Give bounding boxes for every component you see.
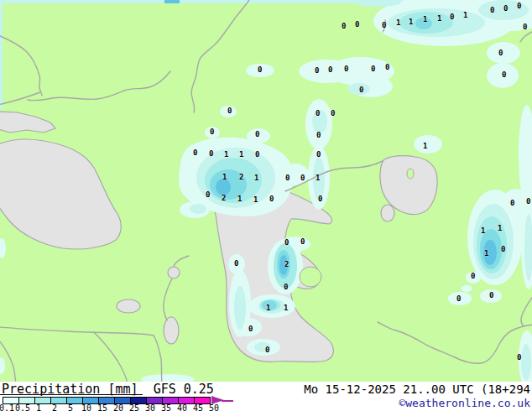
precip-value: 0 <box>331 109 335 118</box>
precip-value: 0 <box>328 65 332 75</box>
precip-value: 1 <box>316 174 320 183</box>
aral-south-tail <box>381 205 394 221</box>
precip-value: 0 <box>517 2 521 11</box>
precip-left-strip <box>0 0 3 109</box>
precip-value: 0 <box>503 4 508 13</box>
precip-value: 0 <box>209 149 213 159</box>
precip-value: 2 <box>239 173 243 182</box>
precip-value: 0 <box>227 107 232 116</box>
precip-value: 1 <box>423 142 427 151</box>
precip-value: 1 <box>484 249 488 258</box>
precip-value: 0 <box>285 174 289 183</box>
caspian-island <box>300 267 321 287</box>
lake-c <box>168 267 180 278</box>
copyright-text: ©weatheronline.co.uk <box>399 397 530 409</box>
precip-value: 0 <box>206 190 210 200</box>
aral-island <box>407 169 414 179</box>
precip-value: 1 <box>463 11 467 20</box>
datetime-text: Mo 15-12-2025 21..00 UTC (18+294 <box>304 382 530 396</box>
precip-value: 0 <box>316 150 321 159</box>
precip-value: 0 <box>300 237 305 247</box>
precip-value: 0 <box>193 148 197 158</box>
precip-value: 0 <box>342 22 346 31</box>
precip-value: 2 <box>284 260 289 269</box>
precip-value: 0 <box>501 245 505 254</box>
precip-value: 0 <box>359 86 363 95</box>
precip-value: 0 <box>490 6 494 15</box>
precip-value: 1 <box>224 150 228 159</box>
precip-value: 0 <box>318 195 322 204</box>
precip-value: 1 <box>239 150 243 159</box>
precip-value: 0 <box>526 197 530 206</box>
precip-value: 0 <box>489 291 493 300</box>
precip-value: 1 <box>498 224 502 233</box>
precip-value: 0 <box>284 238 289 247</box>
precip-value: 0 <box>255 130 259 139</box>
precip-value: 0 <box>265 346 269 355</box>
legend-underline <box>0 394 143 395</box>
map-canvas: 0001111010000000000000000000100110012100… <box>0 0 532 382</box>
precip-value: 0 <box>234 259 238 268</box>
precip-value: 0 <box>316 109 320 118</box>
precip-value: 0 <box>248 325 253 334</box>
precip-value: 0 <box>269 195 274 204</box>
precip-value: 1 <box>437 14 441 23</box>
precip-value: 1 <box>237 195 242 204</box>
precip-value: 1 <box>284 304 288 313</box>
precip-value: 0 <box>316 131 321 140</box>
legend-title-model: GFS 0.25 <box>154 382 214 397</box>
precip-value: 2 <box>222 194 226 203</box>
scale-overflow-tail <box>222 400 233 402</box>
precip-value: 0 <box>498 49 503 58</box>
precip-value: 0 <box>315 66 319 75</box>
precip-value: 0 <box>382 21 386 30</box>
precip-value: 1 <box>481 226 485 236</box>
lake-b <box>164 317 179 344</box>
precip-value: 1 <box>254 174 258 183</box>
precip-value: 0 <box>456 294 461 304</box>
precip-value: 0 <box>300 174 305 183</box>
precip-value: 0 <box>450 13 454 22</box>
precip-value: 0 <box>255 150 259 159</box>
precip-value: 0 <box>471 272 475 281</box>
precip-value: 1 <box>266 304 270 313</box>
precip-value: 1 <box>396 18 400 28</box>
precip-value: 0 <box>258 65 262 75</box>
lake-a <box>117 299 140 313</box>
precip-value: 0 <box>210 127 214 137</box>
precip-value: 1 <box>409 18 413 27</box>
precip-value: 0 <box>371 65 375 74</box>
precip-value: 0 <box>502 70 506 80</box>
precip-value: 1 <box>222 173 227 182</box>
precip-value: 0 <box>385 63 389 72</box>
precip-value: 1 <box>423 15 427 24</box>
precip-value: 0 <box>284 283 288 292</box>
precip-value: 0 <box>517 353 521 362</box>
precip-value: 0 <box>355 20 359 29</box>
precip-value: 0 <box>523 23 527 32</box>
map-svg <box>0 0 532 382</box>
legend-bar: Precipitation [mm] GFS 0.25 0.10.5125101… <box>0 382 532 411</box>
precip-value: 0 <box>510 199 514 208</box>
precip-top-strip-dark <box>164 0 180 3</box>
precip-value: 1 <box>253 195 258 205</box>
precip-value: 0 <box>344 65 348 74</box>
weather-map-page: 0001111010000000000000000000100110012100… <box>0 0 532 411</box>
scale-label: 50 <box>204 404 224 411</box>
